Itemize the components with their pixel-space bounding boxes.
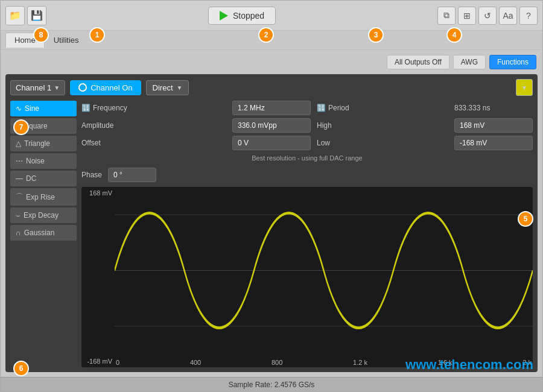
triangle-label: Triangle: [24, 139, 50, 148]
toolbar-center: Stopped: [49, 7, 435, 25]
waveform-exp-rise[interactable]: ⌒ Exp Rise: [10, 188, 77, 206]
dc-label: DC: [26, 174, 36, 183]
period-value: 833.333 ns: [454, 104, 533, 112]
stop-label: Stopped: [233, 11, 264, 21]
tab-utilities[interactable]: Utilities: [45, 33, 88, 48]
functions-button[interactable]: Functions: [489, 55, 536, 69]
x-axis: 0 400 800 1.2 k 1.6 k 2 k: [115, 354, 533, 367]
x-label-800: 800: [272, 359, 282, 366]
offset-label: Offset: [81, 139, 226, 147]
add-icon-btn[interactable]: ⊞: [458, 7, 476, 25]
noise-icon: ⋯: [16, 157, 23, 165]
phase-input[interactable]: [108, 168, 156, 182]
high-input[interactable]: [454, 118, 533, 133]
waveform-triangle[interactable]: △ Triangle: [10, 136, 77, 151]
offset-input[interactable]: [232, 136, 311, 150]
waveform-svg: [115, 187, 533, 354]
waveform-gaussian[interactable]: ∩ Gaussian: [10, 225, 77, 241]
chart-y-labels: 168 mV -168 mV: [81, 187, 115, 367]
callout-4: 4: [446, 27, 462, 43]
noise-label: Noise: [26, 157, 45, 165]
gaussian-icon: ∩: [16, 229, 21, 237]
waveform-noise[interactable]: ⋯ Noise: [10, 153, 77, 169]
channel-select[interactable]: Channel 1 ▼: [10, 80, 65, 95]
waveform-sine[interactable]: ∿ Sine: [10, 101, 77, 116]
refresh-icon-btn[interactable]: ↺: [478, 7, 497, 25]
frequency-label: 🔢 Frequency: [81, 104, 226, 112]
waveform-chart: 168 mV -168 mV: [81, 187, 533, 367]
exp-decay-label: Exp Decay: [24, 211, 59, 220]
exp-rise-icon: ⌒: [16, 192, 23, 202]
status-bar: Sample Rate: 2.4576 GS/s: [1, 377, 542, 391]
y-label-bottom: -168 mV: [84, 358, 112, 365]
direct-select[interactable]: Direct ▼: [146, 80, 189, 95]
waveform-list: ∿ Sine ⊓ Square △ Triangle ⋯ Noise: [10, 101, 77, 367]
direct-label: Direct: [153, 83, 173, 92]
params-grid: 🔢 Frequency 🔢 Period 833.333 ns Amplitud…: [81, 101, 533, 163]
low-input[interactable]: [454, 136, 533, 150]
frequency-input[interactable]: [232, 101, 311, 115]
best-resolution-text: Best resolution - using full DAC range: [81, 154, 533, 162]
exp-rise-label: Exp Rise: [26, 193, 55, 201]
amplitude-input[interactable]: [232, 118, 311, 133]
amplitude-label: Amplitude: [81, 121, 226, 130]
callout-3: 3: [368, 27, 384, 43]
callout-6: 6: [13, 361, 29, 376]
all-outputs-off-button[interactable]: All Outputs Off: [387, 55, 449, 69]
frequency-icon: 🔢: [81, 104, 91, 112]
sine-icon: ∿: [16, 104, 22, 113]
x-label-2000: 2 k: [522, 359, 532, 366]
help-icon-btn[interactable]: ?: [519, 7, 538, 25]
waveform-dc[interactable]: — DC: [10, 171, 77, 186]
period-icon: 🔢: [317, 104, 326, 112]
exp-decay-icon: ⌣: [16, 211, 21, 220]
direct-chevron-icon: ▼: [177, 84, 183, 91]
save-button[interactable]: 💾: [27, 6, 46, 25]
toolbar: 📁 💾 Stopped ⧉ ⊞ ↺ Aa ?: [1, 1, 542, 31]
y-label-top: 168 mV: [84, 189, 112, 197]
triangle-icon: △: [16, 139, 21, 148]
callout-5: 5: [518, 211, 533, 227]
params-panel: 🔢 Frequency 🔢 Period 833.333 ns Amplitud…: [81, 101, 533, 367]
waveform-exp-decay[interactable]: ⌣ Exp Decay: [10, 207, 77, 223]
channel-on-button[interactable]: Channel On: [70, 80, 141, 95]
low-label: Low: [317, 139, 448, 147]
control-bar: All Outputs Off AWG Functions: [1, 50, 542, 74]
channel-panel: Channel 1 ▼ Channel On Direct ▼ ▼: [5, 74, 538, 372]
channel-on-label: Channel On: [91, 83, 132, 92]
text-icon-btn[interactable]: Aa: [499, 7, 517, 25]
channel-body: ∿ Sine ⊓ Square △ Triangle ⋯ Noise: [10, 101, 533, 367]
color-chevron-icon: ▼: [521, 84, 527, 91]
channel-chevron-icon: ▼: [54, 84, 60, 91]
phase-row: Phase: [81, 168, 533, 182]
app-window: 📁 💾 Stopped ⧉ ⊞ ↺ Aa ? Home Utilities Al…: [0, 0, 543, 392]
dc-icon: —: [16, 174, 23, 183]
stop-button[interactable]: Stopped: [208, 7, 276, 25]
play-icon: [220, 11, 228, 21]
x-label-0: 0: [116, 359, 119, 366]
channel-header: Channel 1 ▼ Channel On Direct ▼ ▼: [10, 79, 533, 96]
main-content: Channel 1 ▼ Channel On Direct ▼ ▼: [1, 74, 542, 377]
high-label: High: [317, 121, 448, 130]
power-circle-icon: [78, 83, 87, 92]
open-button[interactable]: 📁: [5, 6, 25, 25]
callout-8: 8: [33, 27, 49, 43]
x-label-1600: 1.6 k: [438, 359, 453, 366]
channel-select-label: Channel 1: [16, 83, 51, 92]
color-picker-button[interactable]: ▼: [516, 79, 533, 96]
gaussian-label: Gaussian: [24, 229, 55, 237]
callout-2: 2: [258, 27, 274, 43]
chart-area: [115, 187, 533, 354]
x-label-1200: 1.2 k: [353, 359, 367, 366]
callout-1: 1: [89, 27, 105, 43]
phase-label: Phase: [81, 171, 102, 179]
x-label-400: 400: [190, 359, 201, 366]
awg-button[interactable]: AWG: [453, 55, 486, 69]
status-label: Sample Rate: 2.4576 GS/s: [229, 381, 315, 389]
period-label: 🔢 Period: [317, 104, 448, 112]
callout-7: 7: [13, 119, 29, 135]
toolbar-right: ⧉ ⊞ ↺ Aa ?: [437, 7, 538, 25]
toolbar-left: 📁 💾: [5, 6, 46, 25]
copy-icon-btn[interactable]: ⧉: [437, 7, 456, 25]
sine-label: Sine: [25, 104, 39, 113]
